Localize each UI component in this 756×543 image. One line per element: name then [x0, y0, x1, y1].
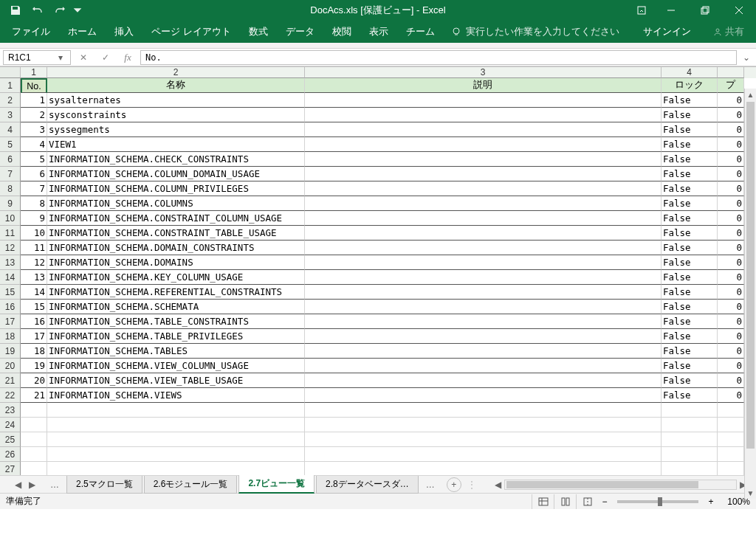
- cell-lock[interactable]: False: [662, 255, 718, 270]
- cell-name[interactable]: INFORMATION_SCHEMA.KEY_COLUMN_USAGE: [47, 270, 305, 285]
- row-header[interactable]: 1: [0, 78, 21, 93]
- vertical-scrollbar[interactable]: ▲ ▼: [744, 89, 756, 499]
- row-header[interactable]: 25: [0, 432, 21, 447]
- cell[interactable]: [718, 403, 744, 418]
- cell[interactable]: [47, 403, 305, 418]
- undo-button[interactable]: [27, 0, 49, 21]
- cell[interactable]: [21, 432, 47, 447]
- cell-desc[interactable]: [305, 196, 662, 211]
- row-header[interactable]: 24: [0, 418, 21, 432]
- cell[interactable]: [662, 462, 718, 475]
- close-button[interactable]: [722, 0, 756, 21]
- cell-name[interactable]: INFORMATION_SCHEMA.TABLE_PRIVILEGES: [47, 329, 305, 344]
- cell-lock[interactable]: False: [662, 152, 718, 167]
- cell-p[interactable]: 0: [718, 314, 744, 329]
- cell-p[interactable]: 0: [718, 196, 744, 211]
- row-header[interactable]: 22: [0, 388, 21, 403]
- cell-p[interactable]: 0: [718, 181, 744, 196]
- cell-lock[interactable]: False: [662, 93, 718, 108]
- row-header[interactable]: 16: [0, 300, 21, 314]
- zoom-in-button[interactable]: +: [704, 497, 718, 507]
- row-header[interactable]: 5: [0, 137, 21, 152]
- row-header[interactable]: 13: [0, 255, 21, 270]
- cell[interactable]: [662, 418, 718, 432]
- cell-name[interactable]: INFORMATION_SCHEMA.REFERENTIAL_CONSTRAIN…: [47, 285, 305, 300]
- cell[interactable]: [718, 418, 744, 432]
- cell-p[interactable]: 0: [718, 211, 744, 226]
- grid-body[interactable]: 1No.名称説明ロックプ21sysalternatesFalse032sysco…: [0, 78, 756, 475]
- row-header[interactable]: 11: [0, 226, 21, 241]
- normal-view-button[interactable]: [532, 494, 554, 509]
- cell-no[interactable]: 10: [21, 226, 47, 241]
- cell-desc[interactable]: [305, 211, 662, 226]
- zoom-slider-thumb[interactable]: [658, 497, 662, 506]
- cell-name[interactable]: INFORMATION_SCHEMA.TABLES: [47, 344, 305, 359]
- cell-desc[interactable]: [305, 300, 662, 314]
- scroll-up-button[interactable]: ▲: [745, 89, 756, 100]
- header-no[interactable]: No.: [21, 78, 47, 93]
- cell-name[interactable]: INFORMATION_SCHEMA.COLUMN_DOMAIN_USAGE: [47, 167, 305, 181]
- cell-name[interactable]: INFORMATION_SCHEMA.CHECK_CONSTRAINTS: [47, 152, 305, 167]
- row-header[interactable]: 15: [0, 285, 21, 300]
- row-header[interactable]: 8: [0, 181, 21, 196]
- cell-no[interactable]: 20: [21, 373, 47, 388]
- cell-lock[interactable]: False: [662, 329, 718, 344]
- cell-name[interactable]: INFORMATION_SCHEMA.DOMAIN_CONSTRAINTS: [47, 241, 305, 255]
- header-p[interactable]: プ: [718, 78, 744, 93]
- cell-lock[interactable]: False: [662, 181, 718, 196]
- row-header[interactable]: 18: [0, 329, 21, 344]
- cell-name[interactable]: INFORMATION_SCHEMA.DOMAINS: [47, 255, 305, 270]
- tab-data[interactable]: データ: [277, 21, 323, 43]
- cell-lock[interactable]: False: [662, 196, 718, 211]
- sheet-ellipsis[interactable]: …: [44, 480, 65, 490]
- cell[interactable]: [662, 432, 718, 447]
- cell-name[interactable]: syssegments: [47, 122, 305, 137]
- cell-no[interactable]: 1: [21, 93, 47, 108]
- cell[interactable]: [21, 418, 47, 432]
- row-header[interactable]: 23: [0, 403, 21, 418]
- cell[interactable]: [21, 403, 47, 418]
- cell-desc[interactable]: [305, 373, 662, 388]
- new-sheet-button[interactable]: +: [447, 477, 461, 492]
- sheet-tab-macro[interactable]: 2.5マクロ一覧: [66, 476, 142, 494]
- row-header[interactable]: 20: [0, 359, 21, 373]
- cell-desc[interactable]: [305, 241, 662, 255]
- header-lock[interactable]: ロック: [662, 78, 718, 93]
- cell-p[interactable]: 0: [718, 241, 744, 255]
- tab-review[interactable]: 校閲: [323, 21, 360, 43]
- hscroll-thumb[interactable]: [506, 481, 698, 488]
- cell[interactable]: [47, 432, 305, 447]
- cell-p[interactable]: 0: [718, 388, 744, 403]
- cell-p[interactable]: 0: [718, 344, 744, 359]
- header-name[interactable]: 名称: [47, 78, 305, 93]
- cell[interactable]: [47, 418, 305, 432]
- cell-p[interactable]: 0: [718, 167, 744, 181]
- insert-function-button[interactable]: fx: [118, 50, 137, 65]
- cell-desc[interactable]: [305, 388, 662, 403]
- cell-name[interactable]: INFORMATION_SCHEMA.VIEWS: [47, 388, 305, 403]
- minimize-button[interactable]: [654, 0, 688, 21]
- page-layout-view-button[interactable]: [554, 494, 576, 509]
- cell-lock[interactable]: False: [662, 300, 718, 314]
- cell-p[interactable]: 0: [718, 137, 744, 152]
- cell[interactable]: [47, 447, 305, 462]
- cell[interactable]: [47, 462, 305, 475]
- hscroll-track[interactable]: [504, 480, 737, 490]
- header-desc[interactable]: 説明: [305, 78, 662, 93]
- hscroll-left[interactable]: ◀: [492, 480, 504, 490]
- signin-link[interactable]: サインイン: [634, 21, 700, 43]
- tab-file[interactable]: ファイル: [3, 21, 59, 43]
- cell-p[interactable]: 0: [718, 285, 744, 300]
- cancel-formula-button[interactable]: ✕: [74, 50, 93, 65]
- cell-p[interactable]: 0: [718, 329, 744, 344]
- tellme-search[interactable]: 実行したい作業を入力してください: [444, 25, 627, 38]
- cell[interactable]: [662, 447, 718, 462]
- cell-p[interactable]: 0: [718, 108, 744, 122]
- cell-lock[interactable]: False: [662, 241, 718, 255]
- row-header[interactable]: 10: [0, 211, 21, 226]
- cell-name[interactable]: INFORMATION_SCHEMA.COLUMNS: [47, 196, 305, 211]
- cell-lock[interactable]: False: [662, 388, 718, 403]
- sheet-ellipsis-right[interactable]: …: [420, 480, 441, 490]
- cell-desc[interactable]: [305, 359, 662, 373]
- cell[interactable]: [662, 403, 718, 418]
